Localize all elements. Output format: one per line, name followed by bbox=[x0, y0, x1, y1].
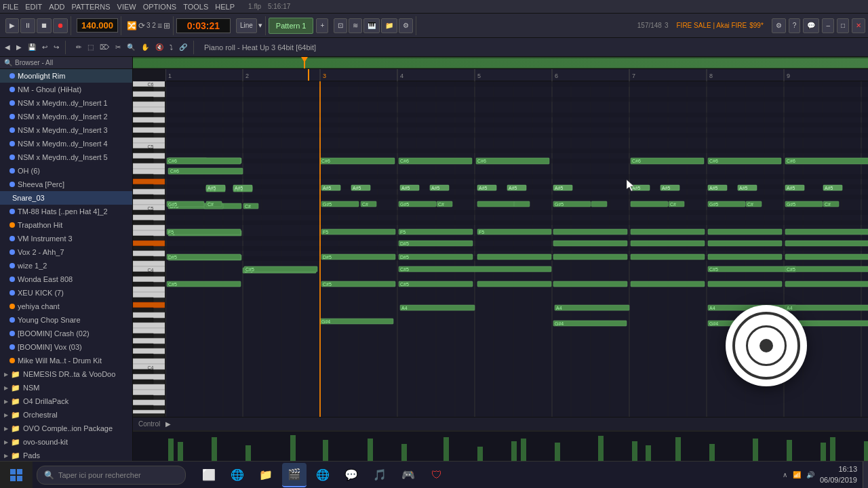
bpm-display[interactable]: 140.000 bbox=[77, 18, 118, 33]
chat-btn[interactable]: 💬 bbox=[803, 18, 819, 33]
tool-draw[interactable]: ✏ bbox=[74, 43, 83, 51]
menu-item-edit[interactable]: EDIT bbox=[25, 3, 42, 11]
instrument-dot bbox=[9, 331, 15, 336]
promo-label[interactable]: FIRE SALE | Akai FIRE bbox=[677, 22, 747, 29]
taskbar-app-taskview[interactable]: ⬜ bbox=[197, 463, 221, 487]
tool-undo[interactable]: ↩ bbox=[40, 43, 50, 51]
menu-item-add[interactable]: ADD bbox=[49, 3, 64, 11]
taskbar-clock[interactable]: 16:13 06/09/2019 bbox=[820, 464, 863, 485]
chevron-icon[interactable]: ▾ bbox=[258, 21, 262, 30]
tray-network[interactable]: 📶 bbox=[793, 471, 801, 479]
sidebar-item-snare03[interactable]: Snare_03 bbox=[0, 191, 132, 205]
mode-icon-4[interactable]: ⊞ bbox=[163, 21, 170, 30]
sidebar-item-ovo-complete[interactable]: ▶ 📁 OVO Comple..ion Package bbox=[0, 422, 132, 435]
line-mode-btn[interactable]: Line bbox=[236, 18, 257, 33]
info-btn[interactable]: ? bbox=[789, 18, 801, 33]
stop-button[interactable]: ⏹ bbox=[37, 18, 52, 33]
sidebar-item-boomin-vox[interactable]: [BOOMIN] Vox (03) bbox=[0, 340, 132, 354]
menu-item-file[interactable]: FILE bbox=[3, 3, 18, 11]
sidebar-item-mikewill[interactable]: Mike Will Ma..t - Drum Kit bbox=[0, 354, 132, 367]
sidebar-item-vm-instrument[interactable]: VM Instrument 3 bbox=[0, 232, 132, 245]
control-label[interactable]: Control bbox=[138, 420, 160, 428]
mode-icon-3[interactable]: ≡ bbox=[157, 21, 162, 30]
pattern-button[interactable]: Pattern 1 bbox=[269, 18, 314, 34]
tool-erase[interactable]: ⌦ bbox=[98, 43, 111, 51]
svg-text:2: 2 bbox=[245, 73, 249, 79]
tool-select[interactable]: ⬚ bbox=[85, 43, 96, 51]
minimize-btn[interactable]: – bbox=[822, 18, 834, 33]
instrument-dot bbox=[9, 209, 15, 214]
taskbar-app-fl-studio[interactable]: 🎵 bbox=[368, 463, 392, 487]
svg-rect-303 bbox=[785, 266, 868, 272]
browser-btn[interactable]: 📁 bbox=[381, 18, 397, 33]
sidebar-item-nsm-insert5[interactable]: NSM x Meydm..dy_Insert 5 bbox=[0, 150, 132, 164]
sidebar-item-nsm-insert4[interactable]: NSM x Meydm..dy_Insert 4 bbox=[0, 137, 132, 150]
taskbar-app-game[interactable]: 🎮 bbox=[396, 463, 420, 487]
taskbar-app-browser[interactable]: 🌐 bbox=[225, 463, 250, 487]
menu-item-options[interactable]: OPTIONS bbox=[143, 3, 177, 11]
sidebar-item-oh6[interactable]: OH (6) bbox=[0, 164, 132, 178]
sidebar-item-nemesis[interactable]: ▶ 📁 NEMESIS DR..ta & VooDoo bbox=[0, 367, 132, 381]
menu-item-tools[interactable]: TOOLS bbox=[183, 3, 208, 11]
taskbar-app-premiere[interactable]: 🎬 bbox=[282, 463, 307, 487]
tool-slide[interactable]: ⤵ bbox=[167, 43, 175, 51]
plugin-btn[interactable]: ⚙ bbox=[399, 18, 413, 33]
sidebar-item-orchestral[interactable]: ▶ 📁 Orchestral bbox=[0, 408, 132, 422]
sidebar-item-nsm[interactable]: ▶ 📁 NSM bbox=[0, 381, 132, 394]
sidebar-item-nm-ghoul[interactable]: NM - Ghoul (HiHat) bbox=[0, 83, 132, 96]
svg-rect-68 bbox=[133, 318, 153, 323]
mixer-btn[interactable]: ⊡ bbox=[334, 18, 347, 33]
record-button[interactable]: ⏺ bbox=[53, 18, 68, 33]
sidebar-item-sheeva[interactable]: Sheeva [Perc] bbox=[0, 178, 132, 191]
menu-item-help[interactable]: HELP bbox=[215, 3, 235, 11]
tool-pan[interactable]: ✋ bbox=[139, 43, 151, 51]
control-arrow[interactable]: ▶ bbox=[165, 420, 171, 428]
tool-save[interactable]: 💾 bbox=[26, 43, 38, 51]
pause-button[interactable]: ⏸ bbox=[20, 18, 35, 33]
sidebar-item-nsm-insert2[interactable]: NSM x Meydm..dy_Insert 2 bbox=[0, 110, 132, 123]
sidebar-item-vox2[interactable]: Vox 2 - Ahh_7 bbox=[0, 245, 132, 259]
taskbar-app-chrome[interactable]: 🌐 bbox=[311, 463, 335, 487]
sidebar-item-tm88hats[interactable]: TM-88 Hats [..pen Hat 4]_2 bbox=[0, 205, 132, 218]
taskbar-app-explorer[interactable]: 📁 bbox=[254, 463, 278, 487]
tray-arrow[interactable]: ∧ bbox=[783, 471, 787, 479]
tool-zoom[interactable]: 🔍 bbox=[125, 43, 137, 51]
settings-btn[interactable]: ⚙ bbox=[772, 18, 786, 33]
sidebar-item-yehiya[interactable]: yehiya chant bbox=[0, 300, 132, 313]
mode-icon-2[interactable]: ⟳ bbox=[138, 21, 145, 30]
sidebar-item-xeu-kick[interactable]: XEU KICK (7) bbox=[0, 286, 132, 300]
tool-glue[interactable]: 🔗 bbox=[177, 43, 189, 51]
sidebar-item-nsm-insert1[interactable]: NSM x Meydm..dy_Insert 1 bbox=[0, 96, 132, 110]
mode-icon-1[interactable]: 🔀 bbox=[127, 21, 137, 30]
nav-btn[interactable]: ◀ bbox=[3, 43, 12, 51]
sidebar-item-pads[interactable]: ▶ 📁 Pads bbox=[0, 449, 132, 462]
sidebar-item-nsm-insert3[interactable]: NSM x Meydm..dy_Insert 3 bbox=[0, 123, 132, 137]
piano-keys[interactable]: C6 C5 bbox=[133, 81, 165, 417]
tool-cut[interactable]: ✂ bbox=[113, 43, 123, 51]
eq-btn[interactable]: ≋ bbox=[349, 18, 362, 33]
sidebar-item-o4drilla[interactable]: ▶ 📁 O4 DrillaPack bbox=[0, 394, 132, 408]
taskbar-app-antivirus[interactable]: 🛡 bbox=[425, 463, 449, 487]
play-button[interactable]: ▶ bbox=[5, 18, 19, 33]
menu-item-view[interactable]: VIEW bbox=[117, 3, 136, 11]
show-desktop-btn[interactable] bbox=[863, 462, 868, 489]
maximize-btn[interactable]: □ bbox=[837, 18, 849, 33]
sidebar-item-ovo-sound[interactable]: ▶ 📁 ovo-sound-kit bbox=[0, 435, 132, 449]
tool-redo[interactable]: ↪ bbox=[52, 43, 61, 51]
start-button[interactable] bbox=[0, 462, 33, 489]
taskbar-app-chat[interactable]: 💬 bbox=[339, 463, 363, 487]
add-pattern-btn[interactable]: + bbox=[316, 18, 328, 33]
sidebar-item-young-chop[interactable]: Young Chop Snare bbox=[0, 313, 132, 327]
taskbar-search-bar[interactable]: 🔍 Taper ici pour rechercher bbox=[37, 466, 186, 485]
sidebar-item-wize[interactable]: wize 1_2 bbox=[0, 259, 132, 272]
piano-roll-btn[interactable]: 🎹 bbox=[363, 18, 380, 33]
sidebar-item-boomin-crash[interactable]: [BOOMIN] Crash (02) bbox=[0, 327, 132, 340]
menu-item-patterns[interactable]: PATTERNS bbox=[72, 3, 111, 11]
sidebar-item-wonda[interactable]: Wonda East 808 bbox=[0, 272, 132, 286]
nav-btn2[interactable]: ▶ bbox=[14, 43, 24, 51]
close-btn[interactable]: ✕ bbox=[852, 18, 865, 33]
tool-mute[interactable]: 🔇 bbox=[153, 43, 165, 51]
tray-volume[interactable]: 🔊 bbox=[806, 471, 814, 479]
sidebar-item-trapathon[interactable]: Trapathon Hit bbox=[0, 218, 132, 232]
sidebar-item-moonlight-rim[interactable]: Moonlight Rim bbox=[0, 69, 132, 83]
